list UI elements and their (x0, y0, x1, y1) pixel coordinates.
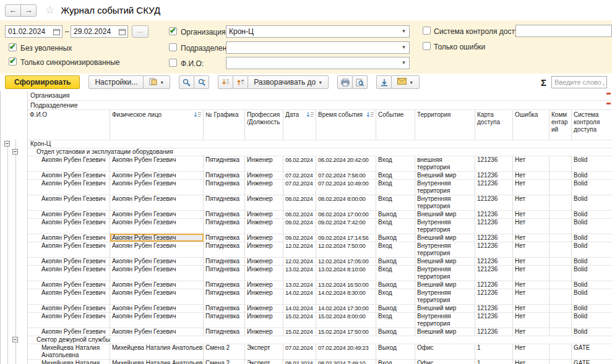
table-cell[interactable] (550, 242, 572, 257)
table-cell[interactable]: Вход (376, 359, 415, 364)
calendar-icon[interactable] (117, 26, 127, 37)
no-fired-checkbox[interactable]: ✔ (9, 43, 17, 51)
organization-combo[interactable]: Крон-Ц ▼ (226, 25, 410, 38)
table-cell[interactable]: Пятидневка (204, 265, 245, 281)
table-cell[interactable]: 08.02.2024 (283, 195, 316, 210)
table-cell[interactable]: 121236 (475, 156, 513, 171)
table-cell[interactable]: Инженер (245, 265, 283, 281)
table-cell[interactable]: Инженер (245, 195, 283, 210)
calendar-icon[interactable] (51, 26, 62, 37)
table-cell[interactable] (550, 195, 572, 210)
settings-button[interactable]: Настройки... (88, 75, 144, 89)
table-cell[interactable]: Акопян Рубен Гезевич (28, 171, 110, 179)
table-cell[interactable]: Bolid (572, 171, 612, 179)
table-row[interactable]: Акопян Рубен ГезевичАкопян Рубен Гезевич… (1, 265, 612, 281)
table-cell[interactable]: Вход (376, 218, 415, 234)
table-cell[interactable]: Выход (376, 328, 415, 336)
table-cell[interactable]: Нет (513, 289, 550, 304)
table-cell[interactable]: Акопян Рубен Гезевич (110, 171, 204, 179)
group-row[interactable]: Крон-Ц (1, 140, 612, 148)
table-cell[interactable]: 07.02.2024 7:58:00 (316, 171, 376, 179)
table-cell[interactable] (550, 289, 572, 304)
table-cell[interactable]: Выход (376, 304, 415, 312)
table-cell[interactable]: Bolid (572, 242, 612, 257)
table-cell[interactable] (550, 234, 572, 242)
table-row[interactable]: Акопян Рубен ГезевичАкопян Рубен Гезевич… (1, 210, 612, 218)
col-error[interactable]: Ошибка (513, 109, 550, 140)
table-cell[interactable]: Акопян Рубен Гезевич (28, 265, 110, 281)
table-cell[interactable]: 14.02.2024 (283, 304, 316, 312)
band-collapse-mark[interactable] (606, 103, 611, 104)
table-cell[interactable] (550, 265, 572, 281)
table-cell[interactable]: 15.02.2024 (283, 328, 316, 336)
search-button[interactable] (179, 75, 194, 89)
table-row[interactable]: Акопян Рубен ГезевичАкопян Рубен Гезевич… (1, 156, 612, 171)
table-cell[interactable]: Bolid (572, 257, 612, 265)
table-cell[interactable]: Выход (376, 234, 415, 242)
table-cell[interactable]: Акопян Рубен Гезевич (28, 304, 110, 312)
table-cell[interactable]: Акопян Рубен Гезевич (28, 281, 110, 289)
table-cell[interactable]: 121236 (475, 242, 513, 257)
table-cell[interactable]: Внешний мир (415, 234, 475, 242)
table-cell[interactable]: Нет (513, 281, 550, 289)
expand-to-button[interactable]: Разворачивать до▼ (248, 75, 329, 89)
table-cell[interactable]: Акопян Рубен Гезевич (110, 257, 204, 265)
table-cell[interactable]: Акопян Рубен Гезевич (110, 265, 204, 281)
table-cell[interactable]: 121236 (475, 304, 513, 312)
acs-input[interactable] (515, 25, 612, 37)
table-cell[interactable]: Bolid (572, 179, 612, 195)
print-button[interactable] (337, 75, 353, 89)
table-cell[interactable]: Акопян Рубен Гезевич (28, 242, 110, 257)
table-cell[interactable]: Выход (376, 210, 415, 218)
table-cell[interactable]: 14.02.2024 8:30:00 (316, 289, 376, 304)
table-cell[interactable] (550, 281, 572, 289)
table-cell[interactable]: Пятидневка (204, 281, 245, 289)
table-cell[interactable]: Инженер (245, 257, 283, 265)
table-cell[interactable]: Нет (513, 171, 550, 179)
table-row[interactable]: Акопян Рубен ГезевичАкопян Рубен Гезевич… (1, 171, 612, 179)
table-cell[interactable]: Инженер (245, 289, 283, 304)
table-cell[interactable]: Вход (376, 242, 415, 257)
table-cell[interactable]: Нет (513, 265, 550, 281)
table-cell[interactable]: Вход (376, 289, 415, 304)
group-label[interactable]: Крон-Ц (28, 140, 612, 148)
date-to-field[interactable]: 29.02.2024 (71, 25, 128, 38)
table-cell[interactable]: 14.02.2024 (283, 289, 316, 304)
department-combo[interactable]: ▼ (226, 41, 410, 54)
table-cell[interactable]: 13.02.2024 (283, 265, 316, 281)
table-row[interactable]: Акопян Рубен ГезевичАкопян Рубен Гезевич… (1, 195, 612, 210)
table-cell[interactable]: Михейцева Наталия Анатольевна (110, 359, 204, 364)
fio-combo[interactable]: ▼ (226, 57, 410, 69)
table-cell[interactable]: Акопян Рубен Гезевич (28, 195, 110, 210)
table-cell[interactable]: Акопян Рубен Гезевич (28, 210, 110, 218)
table-cell[interactable]: Пятидневка (204, 242, 245, 257)
group-label[interactable]: Отдел установки и эксплуатации оборудова… (28, 148, 612, 156)
table-cell[interactable]: Акопян Рубен Гезевич (28, 289, 110, 304)
table-cell[interactable]: Bolid (572, 312, 612, 328)
favorite-star-icon[interactable]: ☆ (45, 4, 54, 17)
group-row[interactable]: Сектор дежурной службы (1, 336, 612, 344)
table-cell[interactable]: 121236 (475, 328, 513, 336)
table-cell[interactable]: Выход (376, 257, 415, 265)
table-cell[interactable]: 13.02.2024 (283, 281, 316, 289)
quick-search-input[interactable] (551, 76, 607, 88)
table-cell[interactable]: 08.02.2024 (283, 210, 316, 218)
table-cell[interactable]: 1 (475, 344, 513, 359)
table-row[interactable]: Акопян Рубен ГезевичАкопян Рубен Гезевич… (1, 328, 612, 336)
table-cell[interactable]: Инженер (245, 156, 283, 171)
table-cell[interactable]: 15.02.2024 8:00:00 (316, 312, 376, 328)
collapse-expander-icon[interactable] (12, 337, 18, 342)
table-cell[interactable]: 08.02.2024 17:00:00 (316, 210, 376, 218)
table-cell[interactable]: Пятидневка (204, 179, 245, 195)
table-cell[interactable]: 121236 (475, 312, 513, 328)
table-cell[interactable]: Bolid (572, 304, 612, 312)
table-cell[interactable]: Акопян Рубен Гезевич (110, 281, 204, 289)
table-cell[interactable]: Внутренняя территория (415, 265, 475, 281)
only-sync-checkbox[interactable]: ✔ (9, 57, 17, 66)
table-cell[interactable]: GATE (572, 344, 612, 359)
col-schedule[interactable]: № Графика (204, 109, 245, 140)
chevron-down-icon[interactable]: ▼ (399, 27, 408, 36)
table-cell[interactable]: Акопян Рубен Гезевич (28, 218, 110, 234)
table-cell[interactable]: 09.02.2024 (283, 218, 316, 234)
table-cell[interactable]: Нет (513, 344, 550, 359)
